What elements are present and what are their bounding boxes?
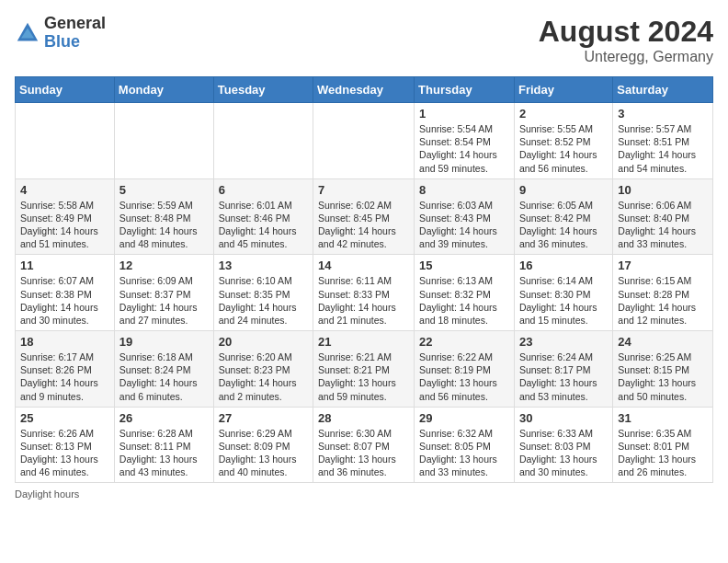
calendar-cell: 17Sunrise: 6:15 AM Sunset: 8:28 PM Dayli…: [613, 255, 713, 331]
day-info: Sunrise: 6:24 AM Sunset: 8:17 PM Dayligh…: [519, 350, 608, 403]
calendar-day-header: Saturday: [613, 77, 713, 103]
day-info: Sunrise: 6:11 AM Sunset: 8:33 PM Dayligh…: [318, 274, 409, 327]
calendar-cell: [16, 103, 115, 179]
calendar-week-row: 4Sunrise: 5:58 AM Sunset: 8:49 PM Daylig…: [16, 178, 713, 255]
day-info: Sunrise: 6:10 AM Sunset: 8:35 PM Dayligh…: [219, 274, 308, 327]
day-info: Sunrise: 6:35 AM Sunset: 8:01 PM Dayligh…: [618, 427, 708, 479]
calendar-cell: 15Sunrise: 6:13 AM Sunset: 8:32 PM Dayli…: [415, 255, 515, 331]
calendar-cell: 19Sunrise: 6:18 AM Sunset: 8:24 PM Dayli…: [114, 331, 213, 408]
logo: General Blue: [15, 15, 106, 52]
day-info: Sunrise: 6:15 AM Sunset: 8:28 PM Dayligh…: [618, 274, 708, 327]
calendar-day-header: Friday: [514, 77, 612, 103]
page-header: General Blue August 2024 Unteregg, Germa…: [15, 15, 713, 65]
calendar-week-row: 18Sunrise: 6:17 AM Sunset: 8:26 PM Dayli…: [16, 331, 713, 408]
day-number: 12: [119, 259, 209, 272]
calendar-cell: 9Sunrise: 6:05 AM Sunset: 8:42 PM Daylig…: [514, 178, 612, 255]
calendar-day-header: Wednesday: [313, 77, 415, 103]
day-number: 26: [119, 411, 209, 425]
day-number: 15: [419, 259, 509, 272]
calendar-cell: 28Sunrise: 6:30 AM Sunset: 8:07 PM Dayli…: [313, 407, 415, 483]
logo-icon: [15, 20, 40, 46]
footer-note: Daylight hours: [15, 488, 713, 500]
calendar-cell: 8Sunrise: 6:03 AM Sunset: 8:43 PM Daylig…: [415, 178, 515, 255]
logo-general: General: [44, 15, 106, 33]
day-info: Sunrise: 5:59 AM Sunset: 8:48 PM Dayligh…: [119, 199, 209, 251]
day-info: Sunrise: 6:14 AM Sunset: 8:30 PM Dayligh…: [519, 274, 608, 327]
calendar-cell: 14Sunrise: 6:11 AM Sunset: 8:33 PM Dayli…: [313, 255, 415, 331]
day-info: Sunrise: 6:01 AM Sunset: 8:46 PM Dayligh…: [219, 199, 308, 251]
day-number: 19: [119, 335, 209, 349]
day-info: Sunrise: 6:32 AM Sunset: 8:05 PM Dayligh…: [419, 427, 509, 479]
day-number: 3: [618, 107, 708, 121]
day-number: 11: [20, 259, 109, 272]
day-info: Sunrise: 6:28 AM Sunset: 8:11 PM Dayligh…: [119, 427, 209, 479]
title-area: August 2024 Unteregg, Germany: [539, 15, 713, 65]
day-number: 27: [219, 411, 308, 425]
day-info: Sunrise: 5:54 AM Sunset: 8:54 PM Dayligh…: [419, 122, 509, 175]
calendar-cell: [213, 103, 313, 179]
day-info: Sunrise: 6:02 AM Sunset: 8:45 PM Dayligh…: [318, 199, 409, 251]
day-number: 20: [219, 335, 308, 349]
day-info: Sunrise: 5:58 AM Sunset: 8:49 PM Dayligh…: [20, 199, 109, 251]
day-number: 8: [419, 183, 509, 197]
day-info: Sunrise: 6:25 AM Sunset: 8:15 PM Dayligh…: [618, 350, 708, 403]
day-number: 28: [318, 411, 409, 425]
day-number: 2: [519, 107, 608, 121]
calendar-cell: 18Sunrise: 6:17 AM Sunset: 8:26 PM Dayli…: [16, 331, 115, 408]
day-number: 18: [20, 335, 109, 349]
day-info: Sunrise: 6:18 AM Sunset: 8:24 PM Dayligh…: [119, 350, 209, 403]
calendar-cell: 4Sunrise: 5:58 AM Sunset: 8:49 PM Daylig…: [16, 178, 115, 255]
calendar-week-row: 25Sunrise: 6:26 AM Sunset: 8:13 PM Dayli…: [16, 407, 713, 483]
calendar-cell: 21Sunrise: 6:21 AM Sunset: 8:21 PM Dayli…: [313, 331, 415, 408]
day-info: Sunrise: 6:26 AM Sunset: 8:13 PM Dayligh…: [20, 427, 109, 479]
logo-blue: Blue: [44, 33, 106, 52]
day-info: Sunrise: 6:20 AM Sunset: 8:23 PM Dayligh…: [219, 350, 308, 403]
day-number: 6: [219, 183, 308, 197]
day-info: Sunrise: 6:22 AM Sunset: 8:19 PM Dayligh…: [419, 350, 509, 403]
day-number: 24: [618, 335, 708, 349]
location: Unteregg, Germany: [539, 49, 713, 65]
day-info: Sunrise: 5:57 AM Sunset: 8:51 PM Dayligh…: [618, 122, 708, 175]
day-info: Sunrise: 6:33 AM Sunset: 8:03 PM Dayligh…: [519, 427, 608, 479]
calendar-day-header: Tuesday: [213, 77, 313, 103]
calendar-cell: 23Sunrise: 6:24 AM Sunset: 8:17 PM Dayli…: [514, 331, 612, 408]
calendar-header-row: SundayMondayTuesdayWednesdayThursdayFrid…: [16, 77, 713, 103]
day-number: 30: [519, 411, 608, 425]
calendar-cell: 10Sunrise: 6:06 AM Sunset: 8:40 PM Dayli…: [613, 178, 713, 255]
calendar-cell: 24Sunrise: 6:25 AM Sunset: 8:15 PM Dayli…: [613, 331, 713, 408]
day-number: 23: [519, 335, 608, 349]
calendar-week-row: 11Sunrise: 6:07 AM Sunset: 8:38 PM Dayli…: [16, 255, 713, 331]
calendar-cell: 13Sunrise: 6:10 AM Sunset: 8:35 PM Dayli…: [213, 255, 313, 331]
month-year: August 2024: [539, 15, 713, 49]
calendar-cell: 29Sunrise: 6:32 AM Sunset: 8:05 PM Dayli…: [415, 407, 515, 483]
day-info: Sunrise: 6:29 AM Sunset: 8:09 PM Dayligh…: [219, 427, 308, 479]
calendar-day-header: Sunday: [16, 77, 115, 103]
calendar-cell: 22Sunrise: 6:22 AM Sunset: 8:19 PM Dayli…: [415, 331, 515, 408]
day-number: 5: [119, 183, 209, 197]
day-number: 9: [519, 183, 608, 197]
day-info: Sunrise: 6:21 AM Sunset: 8:21 PM Dayligh…: [318, 350, 409, 403]
day-number: 17: [618, 259, 708, 272]
calendar-cell: [313, 103, 415, 179]
day-info: Sunrise: 6:09 AM Sunset: 8:37 PM Dayligh…: [119, 274, 209, 327]
calendar-cell: 25Sunrise: 6:26 AM Sunset: 8:13 PM Dayli…: [16, 407, 115, 483]
calendar-cell: 12Sunrise: 6:09 AM Sunset: 8:37 PM Dayli…: [114, 255, 213, 331]
calendar-cell: 20Sunrise: 6:20 AM Sunset: 8:23 PM Dayli…: [213, 331, 313, 408]
calendar-cell: 27Sunrise: 6:29 AM Sunset: 8:09 PM Dayli…: [213, 407, 313, 483]
day-info: Sunrise: 6:07 AM Sunset: 8:38 PM Dayligh…: [20, 274, 109, 327]
day-number: 14: [318, 259, 409, 272]
calendar-cell: 7Sunrise: 6:02 AM Sunset: 8:45 PM Daylig…: [313, 178, 415, 255]
calendar-cell: 2Sunrise: 5:55 AM Sunset: 8:52 PM Daylig…: [514, 103, 612, 179]
calendar-cell: 5Sunrise: 5:59 AM Sunset: 8:48 PM Daylig…: [114, 178, 213, 255]
calendar-cell: 30Sunrise: 6:33 AM Sunset: 8:03 PM Dayli…: [514, 407, 612, 483]
day-number: 29: [419, 411, 509, 425]
day-number: 25: [20, 411, 109, 425]
day-number: 10: [618, 183, 708, 197]
calendar-day-header: Monday: [114, 77, 213, 103]
calendar-cell: 11Sunrise: 6:07 AM Sunset: 8:38 PM Dayli…: [16, 255, 115, 331]
day-number: 31: [618, 411, 708, 425]
calendar: SundayMondayTuesdayWednesdayThursdayFrid…: [15, 76, 713, 483]
logo-text: General Blue: [44, 15, 106, 52]
calendar-cell: 16Sunrise: 6:14 AM Sunset: 8:30 PM Dayli…: [514, 255, 612, 331]
day-info: Sunrise: 6:13 AM Sunset: 8:32 PM Dayligh…: [419, 274, 509, 327]
